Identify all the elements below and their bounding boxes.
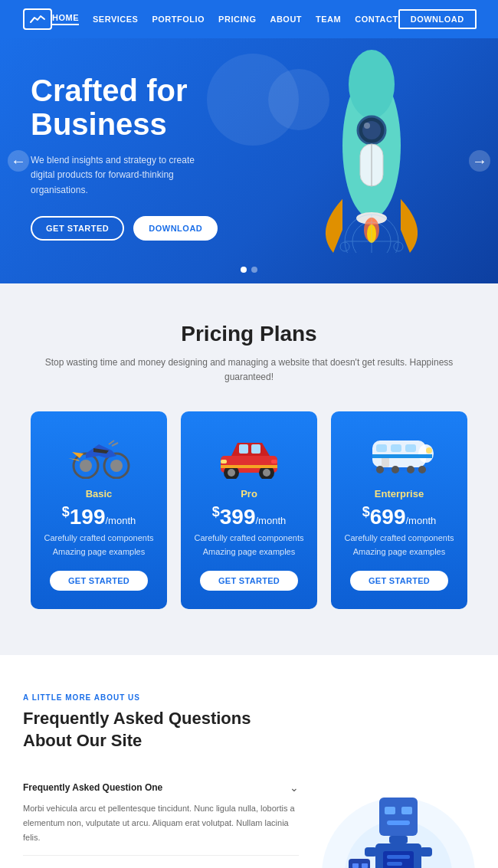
nav-team[interactable]: Team xyxy=(316,15,341,24)
pricing-cards: Basic $199/month Carefully crafted compo… xyxy=(23,411,475,609)
svg-rect-28 xyxy=(221,460,227,463)
motorcycle-icon xyxy=(64,429,133,479)
faq-title: Frequently Asked Questions About Our Sit… xyxy=(23,708,299,752)
pricing-card-basic: Basic $199/month Carefully crafted compo… xyxy=(31,411,167,609)
hero-title: Crafted for Business xyxy=(31,74,218,141)
svg-rect-35 xyxy=(405,444,416,452)
svg-point-43 xyxy=(426,447,432,454)
svg-rect-48 xyxy=(362,863,368,868)
svg-rect-23 xyxy=(251,444,260,454)
logo[interactable] xyxy=(23,8,52,30)
faq-item-2: Frequently Asked Question Two › xyxy=(23,856,299,868)
svg-point-32 xyxy=(418,444,434,463)
faq-question-text-1: Frequently Asked Question One xyxy=(23,782,162,793)
pro-feature-1: Carefully crafted components xyxy=(194,533,303,542)
svg-point-40 xyxy=(392,466,399,473)
faq-section: A Little More About Us Frequently Asked … xyxy=(0,655,498,868)
svg-rect-33 xyxy=(376,444,387,452)
pro-get-started-button[interactable]: Get Started xyxy=(200,571,298,591)
nav-services[interactable]: Services xyxy=(93,15,138,24)
svg-rect-30 xyxy=(221,465,277,468)
faq-illustration xyxy=(322,721,475,868)
nav-about[interactable]: About xyxy=(270,15,302,24)
rocket-illustration xyxy=(299,46,452,260)
svg-rect-47 xyxy=(352,863,359,868)
svg-rect-22 xyxy=(239,444,248,454)
basic-get-started-button[interactable]: Get Started xyxy=(50,571,148,591)
pricing-section: Pricing Plans Stop wasting time and mone… xyxy=(0,283,498,655)
svg-point-39 xyxy=(376,466,384,473)
svg-rect-56 xyxy=(401,807,412,814)
svg-rect-29 xyxy=(271,460,277,463)
enterprise-feature-2: Amazing page examples xyxy=(353,547,445,556)
pricing-card-pro: Pro $399/month Carefully crafted compone… xyxy=(181,411,317,609)
nav-download-button[interactable]: Download xyxy=(398,9,477,29)
svg-rect-63 xyxy=(365,847,377,857)
navbar: Home Services Portfolio Pricing About Te… xyxy=(0,0,498,38)
enterprise-icon-area xyxy=(365,427,434,480)
basic-icon-area xyxy=(64,427,133,480)
basic-feature-2: Amazing page examples xyxy=(53,547,145,556)
enterprise-price: $699/month xyxy=(362,504,436,529)
basic-feature-1: Carefully crafted components xyxy=(44,533,153,542)
svg-point-20 xyxy=(110,460,123,472)
pricing-title: Pricing Plans xyxy=(23,322,475,346)
enterprise-get-started-button[interactable]: Get Started xyxy=(350,571,448,591)
faq-question-1[interactable]: Frequently Asked Question One ⌄ xyxy=(23,781,299,794)
faq-illustration-area xyxy=(322,693,475,868)
hero-buttons: Get Started Download xyxy=(31,216,218,241)
svg-point-25 xyxy=(228,469,235,477)
pro-plan-name: Pro xyxy=(241,488,257,500)
hero-dots xyxy=(241,267,257,273)
svg-point-18 xyxy=(80,460,92,472)
faq-answer-1: Morbi vehicula arcu et pellentesque tinc… xyxy=(23,801,299,844)
svg-rect-61 xyxy=(387,855,410,859)
svg-rect-37 xyxy=(372,454,432,458)
train-icon xyxy=(365,429,434,479)
dot-1[interactable] xyxy=(241,267,247,273)
svg-rect-55 xyxy=(385,807,395,814)
enterprise-plan-name: Enterprise xyxy=(375,488,424,500)
nav-contact[interactable]: Contact xyxy=(355,15,398,24)
svg-rect-54 xyxy=(379,798,418,836)
svg-rect-57 xyxy=(387,821,410,825)
nav-portfolio[interactable]: Portfolio xyxy=(152,15,205,24)
nav-links: Home Services Portfolio Pricing About Te… xyxy=(52,13,398,25)
hero-content: Crafted for Business We blend insights a… xyxy=(31,74,218,241)
nav-pricing[interactable]: Pricing xyxy=(218,15,256,24)
faq-left: A Little More About Us Frequently Asked … xyxy=(23,693,299,868)
svg-point-41 xyxy=(407,466,414,473)
pro-icon-area xyxy=(215,427,283,480)
svg-rect-64 xyxy=(420,847,432,857)
dot-2[interactable] xyxy=(251,267,257,273)
hero-prev-arrow[interactable]: ← xyxy=(8,150,29,172)
pricing-subtitle: Stop wasting time and money designing an… xyxy=(23,355,475,385)
pro-price: $399/month xyxy=(212,504,286,529)
enterprise-feature-1: Carefully crafted components xyxy=(344,533,454,542)
svg-point-27 xyxy=(263,469,270,477)
faq-item-1: Frequently Asked Question One ⌄ Morbi ve… xyxy=(23,771,299,856)
svg-point-5 xyxy=(364,123,370,129)
svg-point-2 xyxy=(349,50,395,119)
svg-point-42 xyxy=(418,466,426,473)
hero-next-arrow[interactable]: → xyxy=(469,150,490,172)
get-started-button[interactable]: Get Started xyxy=(31,216,124,241)
chevron-down-icon: ⌄ xyxy=(290,781,299,794)
svg-rect-58 xyxy=(389,836,408,843)
hero-section: ← Crafted for Business We blend insights… xyxy=(0,38,498,283)
nav-home[interactable]: Home xyxy=(52,13,79,25)
logo-icon xyxy=(29,13,46,25)
basic-plan-name: Basic xyxy=(86,488,113,500)
download-button[interactable]: Download xyxy=(133,216,218,241)
svg-rect-62 xyxy=(387,862,402,866)
svg-rect-34 xyxy=(391,444,401,452)
hero-subtitle: We blend insights and strategy to create… xyxy=(31,153,215,198)
pro-feature-2: Amazing page examples xyxy=(203,547,295,556)
pricing-card-enterprise: Enterprise $699/month Carefully crafted … xyxy=(331,411,467,609)
basic-price: $199/month xyxy=(62,504,136,529)
faq-tag: A Little More About Us xyxy=(23,693,299,702)
car-icon xyxy=(215,429,283,479)
